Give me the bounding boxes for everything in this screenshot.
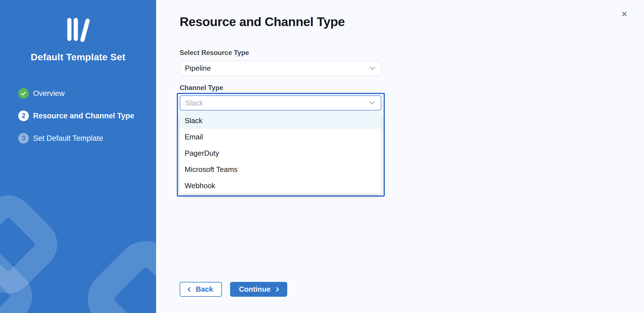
step-complete-badge <box>18 88 29 99</box>
step-number-badge: 2 <box>18 111 29 121</box>
channel-type-select[interactable]: Slack <box>180 95 381 111</box>
channel-type-value: Slack <box>185 99 370 107</box>
step-set-default-template[interactable]: 3 Set Default Template <box>18 133 156 144</box>
chevron-right-icon <box>274 287 279 292</box>
wizard-step-content: Resource and Channel Type Select Resourc… <box>156 0 644 313</box>
step-label: Set Default Template <box>33 134 103 143</box>
back-button[interactable]: Back <box>180 282 222 297</box>
step-overview[interactable]: Overview <box>18 88 156 99</box>
wizard-actions: Back Continue <box>180 282 644 297</box>
wizard-modal: Default Template Set Overview 2 Resource… <box>0 0 644 313</box>
option-pagerduty[interactable]: PagerDuty <box>180 145 381 161</box>
chevron-down-icon <box>369 99 375 105</box>
continue-button[interactable]: Continue <box>230 282 287 297</box>
option-slack[interactable]: Slack <box>180 112 381 129</box>
checkmark-icon <box>21 90 26 95</box>
resource-type-select[interactable]: Pipeline <box>180 61 381 76</box>
wizard-steps: Overview 2 Resource and Channel Type 3 S… <box>0 88 156 144</box>
back-button-label: Back <box>196 285 213 294</box>
option-webhook[interactable]: Webhook <box>180 178 381 194</box>
option-microsoft-teams[interactable]: Microsoft Teams <box>180 161 381 178</box>
step-number-badge: 3 <box>18 133 29 144</box>
step-label: Overview <box>33 89 65 98</box>
resource-type-label: Select Resource Type <box>180 49 644 57</box>
channel-type-label: Channel Type <box>180 84 644 92</box>
wizard-title: Default Template Set <box>0 52 156 63</box>
option-email[interactable]: Email <box>180 129 381 145</box>
chevron-down-icon <box>370 64 375 70</box>
app-logo-icon <box>67 18 90 42</box>
wizard-sidebar: Default Template Set Overview 2 Resource… <box>0 0 156 313</box>
page-title: Resource and Channel Type <box>180 15 644 29</box>
brand-watermark <box>0 192 156 313</box>
channel-type-dropdown-menu: Slack Email PagerDuty Microsoft Teams We… <box>180 112 381 194</box>
step-label: Resource and Channel Type <box>33 112 134 120</box>
channel-type-focus-ring: Slack Slack Email PagerDuty Microsoft Te… <box>177 93 385 197</box>
step-resource-and-channel-type[interactable]: 2 Resource and Channel Type <box>18 110 156 121</box>
chevron-left-icon <box>188 287 193 292</box>
resource-type-value: Pipeline <box>185 64 370 73</box>
continue-button-label: Continue <box>239 285 271 294</box>
